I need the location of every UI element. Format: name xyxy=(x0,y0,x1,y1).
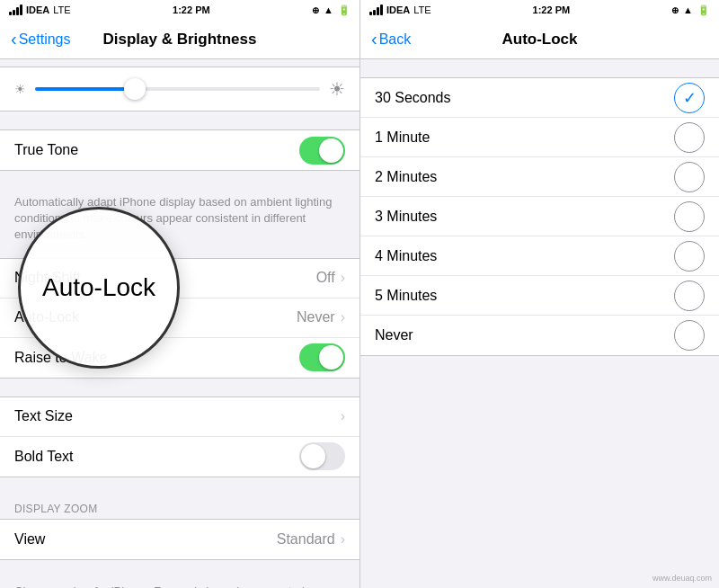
list-item[interactable]: Never xyxy=(360,316,719,355)
autolock-list: 30 Seconds 1 Minute 2 Minutes 3 Minutes … xyxy=(360,59,719,588)
brightness-row[interactable]: ☀ ☀ xyxy=(0,67,360,111)
display-zoom-header: DISPLAY ZOOM xyxy=(0,495,360,519)
time-label: 1:22 PM xyxy=(173,4,210,15)
battery-icon: 🔋 xyxy=(338,4,351,16)
network-label: LTE xyxy=(53,4,70,15)
option-1m-label: 1 Minute xyxy=(375,129,674,146)
signal-icon xyxy=(9,4,22,15)
right-phone-panel: IDEA LTE 1:22 PM ⊕ ▲ 🔋 ‹ Back Auto-Lock … xyxy=(360,0,719,588)
option-4m-checkmark xyxy=(674,241,705,272)
auto-lock-chevron-icon: › xyxy=(341,309,345,325)
list-item[interactable]: 30 Seconds xyxy=(360,78,719,118)
status-left: IDEA LTE xyxy=(9,4,71,15)
auto-lock-callout-circle: Auto-Lock xyxy=(18,207,180,369)
nav-title: Display & Brightness xyxy=(103,31,257,49)
option-3m-checkmark xyxy=(674,201,705,232)
list-item[interactable]: 4 Minutes xyxy=(360,236,719,276)
view-chevron-icon: › xyxy=(341,531,345,548)
option-1m-checkmark xyxy=(674,122,705,153)
option-30s-label: 30 Seconds xyxy=(375,90,674,106)
right-battery-icon: 🔋 xyxy=(697,4,710,16)
option-5m-label: 5 Minutes xyxy=(375,288,674,304)
auto-lock-circle-label: Auto-Lock xyxy=(42,273,155,302)
true-tone-label: True Tone xyxy=(14,142,299,158)
text-size-row[interactable]: Text Size › xyxy=(0,397,360,437)
autolock-options-group: 30 Seconds 1 Minute 2 Minutes 3 Minutes … xyxy=(360,77,719,356)
option-4m-label: 4 Minutes xyxy=(375,248,674,264)
right-back-label: Back xyxy=(379,31,412,48)
list-item[interactable]: 5 Minutes xyxy=(360,276,719,316)
list-item[interactable]: 1 Minute xyxy=(360,118,719,157)
autolock-back-button[interactable]: ‹ Back xyxy=(371,30,411,49)
carrier-label: IDEA xyxy=(26,4,49,15)
true-tone-toggle[interactable] xyxy=(299,137,345,165)
brightness-low-icon: ☀ xyxy=(14,82,26,96)
back-label: Settings xyxy=(19,31,71,48)
text-size-chevron-icon: › xyxy=(341,408,345,424)
view-value: Standard xyxy=(277,531,335,548)
bold-text-toggle-thumb xyxy=(301,444,325,468)
option-2m-checkmark xyxy=(674,162,705,192)
option-5m-checkmark xyxy=(674,281,705,311)
brightness-thumb[interactable] xyxy=(124,78,146,100)
display-zoom-group: View Standard › xyxy=(0,519,360,560)
text-size-label: Text Size xyxy=(14,408,341,424)
left-status-bar: IDEA LTE 1:22 PM ⊕ ▲ 🔋 xyxy=(0,0,360,20)
brightness-fill xyxy=(35,87,135,91)
raise-to-wake-toggle-thumb xyxy=(319,345,343,370)
right-status-right: ⊕ ▲ 🔋 xyxy=(671,4,710,16)
true-tone-section: True Tone xyxy=(0,129,360,171)
wifi-icon: ▲ xyxy=(324,4,333,15)
view-label: View xyxy=(14,531,277,548)
location-icon: ⊕ xyxy=(312,5,319,15)
list-item[interactable]: 3 Minutes xyxy=(360,197,719,236)
left-phone-panel: IDEA LTE 1:22 PM ⊕ ▲ 🔋 ‹ Settings Displa… xyxy=(0,0,360,588)
right-nav-bar: ‹ Back Auto-Lock xyxy=(360,20,719,59)
list-item[interactable]: 2 Minutes xyxy=(360,157,719,197)
true-tone-row: True Tone xyxy=(0,130,360,170)
view-description: Choose a view for iPhone. Zoomed shows l… xyxy=(0,578,360,588)
left-nav-bar: ‹ Settings Display & Brightness xyxy=(0,20,360,59)
true-tone-toggle-thumb xyxy=(319,138,343,163)
bold-text-label: Bold Text xyxy=(14,449,299,465)
right-back-chevron-icon: ‹ xyxy=(371,29,377,49)
right-time-label: 1:22 PM xyxy=(533,4,571,15)
night-shift-value: Off xyxy=(316,270,335,286)
settings-back-button[interactable]: ‹ Settings xyxy=(11,30,70,49)
right-wifi-icon: ▲ xyxy=(683,4,693,15)
right-location-icon: ⊕ xyxy=(671,5,679,15)
right-status-bar: IDEA LTE 1:22 PM ⊕ ▲ 🔋 xyxy=(360,0,719,20)
right-signal-icon xyxy=(369,4,383,15)
text-group: Text Size › Bold Text xyxy=(0,396,360,477)
right-status-left: IDEA LTE xyxy=(369,4,431,15)
right-nav-title: Auto-Lock xyxy=(502,31,577,49)
option-never-label: Never xyxy=(375,327,674,343)
brightness-high-icon: ☀ xyxy=(329,78,345,100)
brightness-slider[interactable] xyxy=(35,87,320,91)
option-2m-label: 2 Minutes xyxy=(375,169,674,185)
back-chevron-icon: ‹ xyxy=(11,29,17,49)
option-30s-checkmark xyxy=(674,83,705,113)
option-never-checkmark xyxy=(674,320,705,351)
right-network-label: LTE xyxy=(413,4,431,15)
bold-text-toggle[interactable] xyxy=(299,442,345,470)
view-row[interactable]: View Standard › xyxy=(0,520,360,559)
auto-lock-value: Never xyxy=(297,309,335,325)
raise-to-wake-toggle[interactable] xyxy=(299,343,345,371)
watermark: www.deuaq.com xyxy=(652,574,712,583)
night-shift-chevron-icon: › xyxy=(341,270,345,286)
right-carrier-label: IDEA xyxy=(386,4,410,15)
option-3m-label: 3 Minutes xyxy=(375,209,674,225)
status-right: ⊕ ▲ 🔋 xyxy=(312,4,351,16)
bold-text-row: Bold Text xyxy=(0,437,360,477)
